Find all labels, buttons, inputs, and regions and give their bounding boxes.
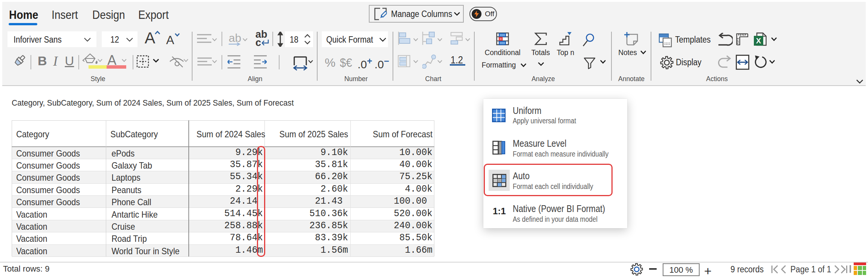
svg-text:X: X	[756, 37, 761, 45]
